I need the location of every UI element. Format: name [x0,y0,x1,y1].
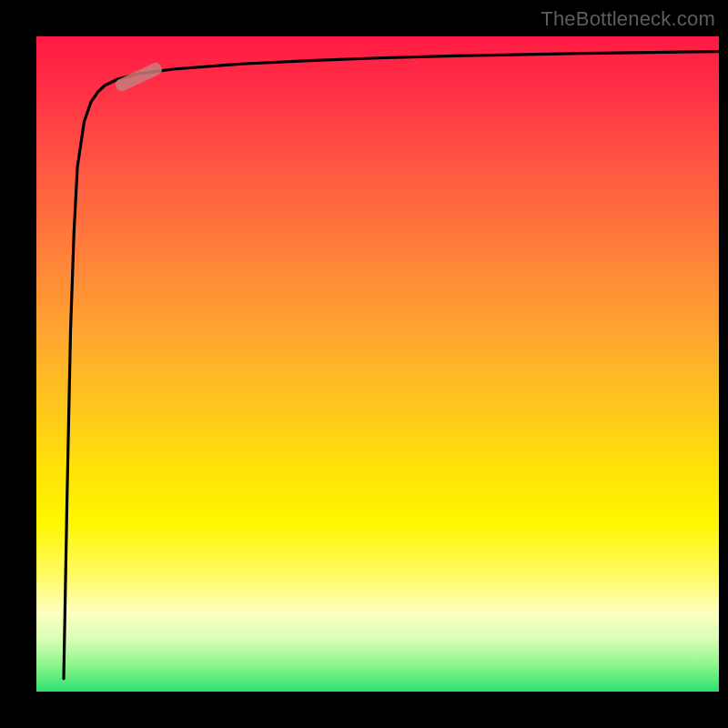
gradient-background [36,36,719,692]
plot-area [36,36,719,692]
chart-frame: TheBottleneck.com [0,0,728,728]
watermark-text: TheBottleneck.com [541,7,715,31]
